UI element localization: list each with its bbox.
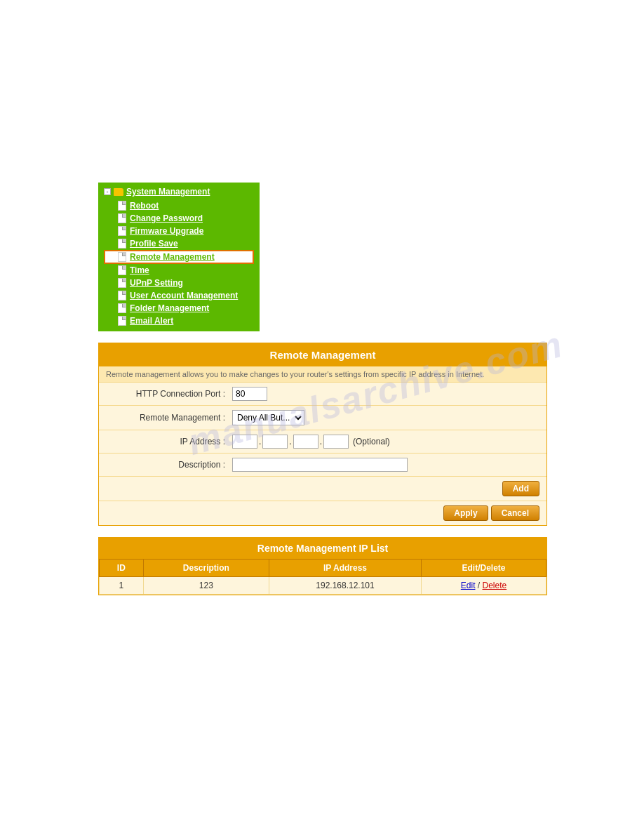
page-icon — [118, 252, 126, 262]
col-edit-delete: Edit/Delete — [421, 560, 546, 577]
ip-list-section: Remote Management IP List ID Description… — [98, 537, 547, 595]
ip-list-title: Remote Management IP List — [99, 538, 546, 559]
page-icon — [118, 265, 126, 275]
description-input[interactable] — [232, 458, 408, 472]
ip-dot-2: . — [289, 437, 291, 446]
sidebar-item-email-alert[interactable]: Email Alert — [104, 315, 254, 327]
ip-address-row: IP Address : . . . (Optional) — [99, 430, 546, 453]
sidebar-link-remote-management: Remote Management — [130, 252, 215, 262]
cell-id: 1 — [100, 577, 144, 595]
page-icon — [118, 316, 126, 326]
page-icon — [118, 239, 126, 249]
sidebar-title[interactable]: System Management — [126, 187, 210, 197]
edit-link[interactable]: Edit — [461, 581, 476, 590]
description-row: Description : — [99, 453, 546, 476]
cell-description: 123 — [143, 577, 269, 595]
rm-select-label: Remote Management : — [106, 413, 232, 423]
sidebar-item-profile-save[interactable]: Profile Save — [104, 237, 254, 250]
delete-link[interactable]: Delete — [483, 581, 507, 590]
sidebar-link-reboot: Reboot — [130, 201, 159, 211]
remote-management-section: Remote Management Remote management allo… — [98, 343, 547, 526]
sidebar-item-reboot[interactable]: Reboot — [104, 199, 254, 212]
sidebar-item-change-password[interactable]: Change Password — [104, 212, 254, 225]
rm-select[interactable]: Deny All But... Allow All Deny All — [232, 410, 304, 425]
sidebar-link-time: Time — [130, 265, 149, 275]
rm-select-row: Remote Management : Deny All But... Allo… — [99, 405, 546, 430]
sidebar-link-firmware-upgrade: Firmware Upgrade — [130, 226, 203, 236]
ip-dot-3: . — [320, 437, 322, 446]
sidebar-link-email-alert: Email Alert — [130, 316, 173, 326]
apply-button[interactable]: Apply — [443, 505, 488, 521]
collapse-icon[interactable]: - — [104, 188, 111, 195]
page-icon — [118, 213, 126, 223]
page-icon — [118, 201, 126, 211]
page-icon — [118, 226, 126, 236]
sidebar-link-folder-management: Folder Management — [130, 303, 209, 313]
cancel-button[interactable]: Cancel — [491, 505, 539, 521]
sidebar: - System Management Reboot Change Passwo… — [98, 183, 260, 331]
folder-icon — [114, 188, 123, 196]
page-icon — [118, 303, 126, 313]
col-ip-address: IP Address — [269, 560, 422, 577]
sidebar-item-firmware-upgrade[interactable]: Firmware Upgrade — [104, 225, 254, 237]
add-button[interactable]: Add — [502, 481, 539, 496]
http-port-input[interactable] — [232, 387, 267, 401]
sidebar-link-profile-save: Profile Save — [130, 239, 178, 249]
rm-description: Remote management allows you to make cha… — [99, 366, 546, 382]
rm-title: Remote Management — [99, 343, 546, 366]
cell-ip: 192.168.12.101 — [269, 577, 422, 595]
cell-edit-delete: Edit / Delete — [421, 577, 546, 595]
main-content: Remote Management Remote management allo… — [98, 343, 547, 595]
ip-optional-label: (Optional) — [353, 437, 390, 446]
sidebar-item-user-account-management[interactable]: User Account Management — [104, 289, 254, 302]
ip-dot-1: . — [259, 437, 261, 446]
ip-octet-2[interactable] — [262, 435, 288, 449]
page-icon — [118, 291, 126, 300]
sidebar-item-remote-management[interactable]: Remote Management — [104, 250, 254, 264]
description-label: Description : — [106, 460, 232, 470]
sidebar-link-change-password: Change Password — [130, 213, 203, 223]
table-row: 1123192.168.12.101Edit / Delete — [100, 577, 546, 595]
sidebar-link-user-account-management: User Account Management — [130, 291, 238, 300]
col-id: ID — [100, 560, 144, 577]
ip-address-label: IP Address : — [106, 437, 232, 446]
add-button-row: Add — [99, 476, 546, 501]
sidebar-item-folder-management[interactable]: Folder Management — [104, 302, 254, 315]
apply-cancel-row: Apply Cancel — [99, 501, 546, 525]
page-icon — [118, 278, 126, 288]
ip-octet-3[interactable] — [293, 435, 318, 449]
ip-octet-4[interactable] — [323, 435, 349, 449]
table-header-row: ID Description IP Address Edit/Delete — [100, 560, 546, 577]
sidebar-item-upnp-setting[interactable]: UPnP Setting — [104, 277, 254, 289]
http-port-label: HTTP Connection Port : — [106, 389, 232, 399]
sidebar-item-time[interactable]: Time — [104, 264, 254, 277]
sidebar-link-upnp-setting: UPnP Setting — [130, 278, 183, 288]
http-port-row: HTTP Connection Port : — [99, 382, 546, 405]
col-description: Description — [143, 560, 269, 577]
ip-list-table: ID Description IP Address Edit/Delete 11… — [99, 559, 546, 595]
ip-octet-1[interactable] — [232, 435, 257, 449]
